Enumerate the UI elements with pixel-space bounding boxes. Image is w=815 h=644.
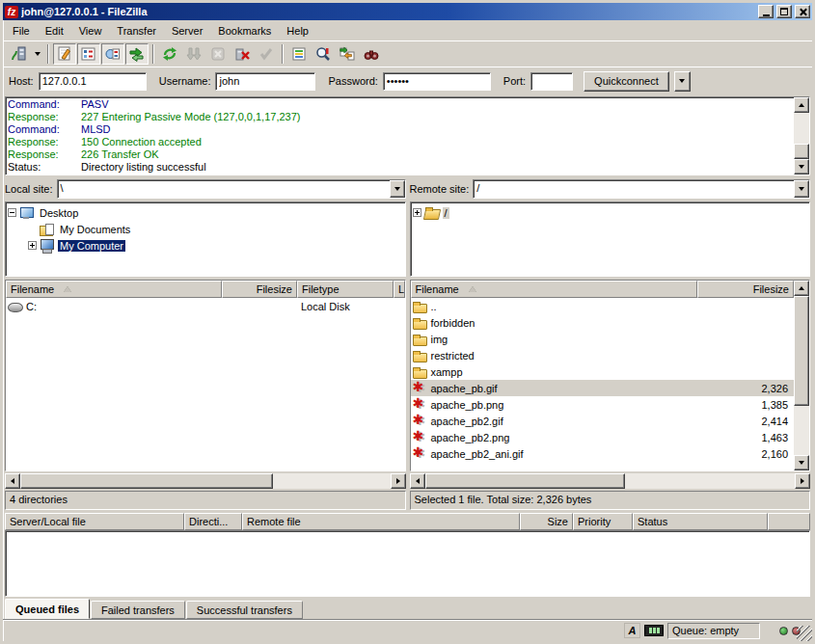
resize-grip[interactable] (797, 626, 812, 641)
scroll-left-button[interactable] (410, 473, 425, 489)
menu-server[interactable]: Server (164, 23, 210, 39)
tree-item-desktop[interactable]: Desktop (8, 204, 405, 221)
remote-site-dropdown-button[interactable] (794, 180, 809, 198)
queue-body[interactable] (5, 530, 810, 597)
menu-help[interactable]: Help (279, 23, 316, 39)
reconnect-button[interactable] (255, 43, 278, 65)
quickconnect-dropdown-button[interactable] (674, 71, 691, 92)
tree-item-label: Desktop (38, 207, 80, 219)
scroll-thumb[interactable] (425, 473, 626, 489)
scroll-track[interactable] (794, 113, 809, 144)
scroll-thumb[interactable] (794, 144, 809, 159)
synchronized-browsing-button[interactable] (336, 43, 359, 65)
local-tree[interactable]: Desktop My Documents My Computer (5, 201, 406, 277)
menu-view[interactable]: View (71, 23, 110, 39)
quickconnect-button[interactable]: Quickconnect (584, 71, 669, 92)
compare-button[interactable] (312, 43, 335, 65)
column-header-remote-file[interactable]: Remote file (242, 513, 520, 530)
tab-failed-transfers[interactable]: Failed transfers (91, 601, 185, 619)
collapse-icon[interactable] (8, 208, 16, 217)
scroll-track[interactable] (794, 406, 809, 455)
process-queue-button[interactable] (182, 43, 205, 65)
titlebar[interactable]: fz john@127.0.0.1 - FileZilla (3, 3, 812, 20)
remote-tree[interactable]: / (410, 201, 811, 277)
column-header-status[interactable]: Status (633, 513, 768, 530)
scroll-up-button[interactable] (794, 97, 809, 113)
port-input[interactable] (530, 72, 573, 91)
minimize-button[interactable] (758, 5, 774, 18)
local-file-row[interactable]: C: Local Disk (6, 298, 405, 314)
toggle-transfer-queue-button[interactable] (125, 43, 149, 65)
expand-icon[interactable] (28, 241, 37, 250)
tab-queued-files[interactable]: Queued files (5, 599, 90, 619)
menu-bookmarks[interactable]: Bookmarks (210, 23, 279, 39)
local-site-combobox[interactable]: \ (57, 179, 406, 199)
speed-limits-icon[interactable] (644, 625, 664, 636)
find-button[interactable] (360, 43, 383, 65)
menu-edit[interactable]: Edit (38, 23, 71, 39)
column-header-direction[interactable]: Directi... (184, 513, 242, 530)
scroll-track[interactable] (273, 473, 391, 489)
scroll-down-button[interactable] (794, 159, 809, 174)
log-scrollbar[interactable] (794, 97, 809, 174)
maximize-button[interactable] (776, 5, 792, 18)
transfer-type-ascii-icon[interactable] (624, 623, 640, 638)
scroll-down-button[interactable] (794, 455, 809, 470)
scroll-right-button[interactable] (795, 473, 810, 489)
username-input[interactable] (215, 72, 315, 91)
site-manager-button[interactable] (7, 43, 30, 65)
refresh-button[interactable] (158, 43, 181, 65)
password-input[interactable] (383, 72, 491, 91)
remote-file-row[interactable]: apache_pb2.gif2,414 (411, 413, 795, 429)
column-header-size[interactable]: Size (520, 513, 573, 530)
toggle-remote-tree-button[interactable] (101, 43, 124, 65)
tab-successful-transfers[interactable]: Successful transfers (186, 601, 303, 619)
toggle-message-log-button[interactable] (53, 43, 76, 65)
remote-file-row-selected[interactable]: apache_pb.gif2,326 (411, 380, 795, 396)
scroll-right-button[interactable] (391, 473, 406, 489)
scroll-thumb[interactable] (794, 296, 809, 406)
menu-file[interactable]: File (5, 23, 38, 39)
remote-file-row[interactable]: xampp (411, 363, 795, 380)
disconnect-button[interactable] (231, 43, 254, 65)
column-header-filename[interactable]: Filename (6, 281, 222, 298)
column-header-server-local-file[interactable]: Server/Local file (5, 513, 184, 530)
column-header-filetype[interactable]: Filetype (297, 281, 394, 298)
remote-list-body[interactable]: .. forbidden img restricted xampp apache… (411, 298, 795, 470)
close-button[interactable] (795, 5, 810, 18)
expand-icon[interactable] (413, 208, 421, 217)
remote-file-row[interactable]: .. (411, 298, 795, 314)
remote-file-row[interactable]: apache_pb.png1,385 (411, 396, 795, 413)
column-header-filename[interactable]: Filename (411, 281, 698, 298)
remote-file-row[interactable]: forbidden (411, 314, 795, 331)
toggle-local-tree-button[interactable] (77, 43, 100, 65)
remote-site-combobox[interactable]: / (473, 179, 810, 199)
column-header-lastmodified[interactable]: L (394, 281, 405, 298)
remote-vscrollbar[interactable] (794, 281, 809, 470)
menu-transfer[interactable]: Transfer (109, 23, 164, 39)
scroll-track[interactable] (625, 473, 795, 489)
site-manager-dropdown-button[interactable] (31, 43, 43, 65)
remote-file-row[interactable]: restricted (411, 347, 795, 363)
scroll-thumb[interactable] (20, 473, 273, 489)
remote-file-row[interactable]: apache_pb2_ani.gif2,160 (411, 445, 795, 462)
tree-item-root[interactable]: / (413, 204, 810, 221)
scroll-left-button[interactable] (5, 473, 20, 489)
remote-hscrollbar[interactable] (410, 473, 811, 489)
column-header-filesize[interactable]: Filesize (697, 281, 794, 298)
local-hscrollbar[interactable] (5, 473, 406, 489)
message-log-body[interactable]: Command:PASV Response:227 Entering Passi… (6, 97, 794, 174)
scroll-up-button[interactable] (794, 281, 809, 296)
host-input[interactable] (39, 72, 147, 91)
tree-item-my-computer[interactable]: My Computer (8, 237, 405, 254)
local-list-body[interactable]: C: Local Disk (6, 298, 405, 470)
remote-file-row[interactable]: apache_pb2.png1,463 (411, 429, 795, 445)
remote-file-row[interactable]: img (411, 331, 795, 347)
process-queue-icon (186, 46, 202, 62)
column-header-filesize[interactable]: Filesize (222, 281, 297, 298)
local-site-dropdown-button[interactable] (390, 180, 405, 198)
column-header-priority[interactable]: Priority (573, 513, 633, 530)
filter-button[interactable] (287, 43, 311, 65)
tree-item-my-documents[interactable]: My Documents (8, 221, 405, 237)
cancel-button[interactable] (206, 43, 230, 65)
